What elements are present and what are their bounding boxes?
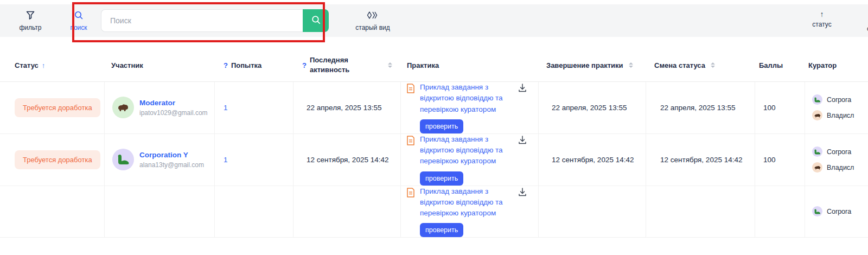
search-box <box>101 9 329 32</box>
table-row-practice-cell: Приклад завдання з відкритою відповіддю … <box>401 82 539 134</box>
table-row-participant-cell <box>105 186 215 238</box>
table-row-status-cell <box>0 186 105 238</box>
table-row-points-cell <box>755 186 805 238</box>
status-tool-label: статус <box>812 21 831 28</box>
check-button[interactable]: проверить <box>420 223 463 237</box>
participant-email: alana13ty@gmail.com <box>139 161 204 169</box>
dinosaur-icon <box>814 208 821 215</box>
header-practice-label: Практика <box>407 61 439 69</box>
status-change-date: 22 апреля, 2025 13:55 <box>660 104 735 112</box>
download-icon[interactable] <box>516 186 528 200</box>
avatar <box>812 110 822 120</box>
table-row-status-cell: Требуется доработка <box>0 82 105 134</box>
search-icon <box>74 10 84 22</box>
filter-button[interactable]: фильтр <box>16 10 44 31</box>
table-row-curator-cell: Corpora Владисл <box>805 134 868 186</box>
table-row-curator-cell: Corpora <box>805 186 868 238</box>
column-header-status[interactable]: Статус ↑ <box>0 49 105 82</box>
check-button[interactable]: проверить <box>420 119 463 133</box>
search-submit-icon <box>311 15 321 27</box>
header-last-activity-label: Последняя активность <box>310 55 369 74</box>
table-row-completion-cell: 22 апреля, 2025 13:55 <box>539 82 646 134</box>
dinosaur-icon <box>814 96 821 103</box>
curator-item[interactable]: Владисл <box>812 110 854 120</box>
check-button[interactable]: проверить <box>420 171 463 186</box>
header-completion-label: Завершение практики <box>546 61 623 69</box>
practice-title-link[interactable]: Приклад завдання з відкритою відповіддю … <box>420 83 503 113</box>
sort-toggle-icon[interactable] <box>629 62 633 68</box>
up-arrow-icon: ↑ <box>820 10 824 18</box>
bison-icon <box>814 113 821 118</box>
column-header-participant[interactable]: Участник <box>105 49 215 82</box>
status-badge: Требуется доработка <box>15 150 100 169</box>
completion-date: 22 апреля, 2025 13:55 <box>552 104 627 112</box>
search-input[interactable] <box>101 9 303 32</box>
participant-name-link[interactable]: Corporation Y <box>139 151 204 159</box>
help-icon[interactable]: ? <box>224 61 228 69</box>
search-submit-button[interactable] <box>303 9 329 32</box>
table-row-points-cell: 100 <box>755 82 805 134</box>
curator-item[interactable]: Corpora <box>812 94 854 105</box>
practice-title-link[interactable]: Приклад завдання з відкритою відповіддю … <box>420 135 503 165</box>
search-toggle-button[interactable]: поиск <box>66 10 91 31</box>
download-icon[interactable] <box>516 134 528 148</box>
curator-item[interactable]: Corpora <box>812 206 851 216</box>
column-header-last-activity[interactable]: ? Последняя активность <box>293 49 401 82</box>
curator-item[interactable]: Владисл <box>812 162 854 173</box>
participant-name-link[interactable]: Moderator <box>139 99 208 107</box>
table-row-attempt-cell <box>215 186 293 238</box>
table-row-participant-cell: Corporation Y alana13ty@gmail.com <box>105 134 215 186</box>
table-row-status-change-cell: 12 сентября, 2025 14:42 <box>646 134 755 186</box>
download-icon[interactable] <box>516 82 528 95</box>
column-header-points[interactable]: Баллы <box>755 49 805 82</box>
page: фильтр поиск старый вид ↑ статус <box>0 0 868 255</box>
table-row-last-activity-cell: 22 апреля, 2025 13:55 <box>293 82 401 134</box>
sort-toggle-icon[interactable] <box>711 62 715 68</box>
participants-table: Статус ↑ Участник ? Попытка ? Последняя … <box>0 49 868 238</box>
help-icon[interactable]: ? <box>302 61 307 69</box>
document-icon <box>406 83 416 96</box>
document-icon <box>406 187 416 200</box>
table-row-attempt-cell: 1 <box>215 82 293 134</box>
table-row-attempt-cell: 1 <box>215 134 293 186</box>
column-header-attempt[interactable]: ? Попытка <box>215 49 293 82</box>
sort-ascending-icon: ↑ <box>42 61 46 69</box>
avatar <box>812 146 822 157</box>
dinosaur-icon <box>814 148 821 155</box>
column-header-practice[interactable]: Практика <box>401 49 539 82</box>
sort-toggle-icon[interactable] <box>388 62 392 68</box>
table-row-completion-cell: 12 сентября, 2025 14:42 <box>539 134 646 186</box>
header-curator-label: Куратор <box>808 61 837 69</box>
attempt-link[interactable]: 1 <box>224 104 228 112</box>
curator-name: Corpora <box>827 96 851 104</box>
practice-title-link[interactable]: Приклад завдання з відкритою відповіддю … <box>420 187 503 218</box>
table-row-last-activity-cell <box>293 186 401 238</box>
table-row-practice-cell: Приклад завдання з відкритою відповіддю … <box>401 186 539 238</box>
header-points-label: Баллы <box>759 61 783 69</box>
curator-name: Corpora <box>827 208 851 215</box>
table-row-participant-cell: Moderator ipatov1029@gmail.com <box>105 82 215 134</box>
last-activity-date: 22 апреля, 2025 13:55 <box>307 104 381 112</box>
header-participant-label: Участник <box>111 61 143 69</box>
header-status-label: Статус <box>15 61 39 69</box>
dinosaur-icon <box>117 153 130 166</box>
table-row-curator-cell: Corpora Владисл <box>805 82 868 134</box>
curator-name: Corpora <box>827 148 851 156</box>
status-change-date: 12 сентября, 2025 14:42 <box>660 156 742 164</box>
column-header-curator[interactable]: Куратор <box>805 49 868 82</box>
column-header-status-change[interactable]: Смена статуса <box>646 49 755 82</box>
avatar <box>812 94 822 105</box>
column-header-practice-completion[interactable]: Завершение практики <box>539 49 646 82</box>
search-toggle-label: поиск <box>70 24 87 31</box>
table-row-completion-cell <box>539 186 646 238</box>
table-row-practice-cell: Приклад завдання з відкритою відповіддю … <box>401 134 539 186</box>
attempt-link[interactable]: 1 <box>224 156 228 164</box>
avatar <box>812 162 822 173</box>
avatar <box>112 97 134 118</box>
status-sort-button[interactable]: ↑ статус <box>809 10 834 28</box>
old-view-label: старый вид <box>355 24 390 31</box>
table-row-status-change-cell <box>646 186 755 238</box>
curator-item[interactable]: Corpora <box>812 146 854 157</box>
old-view-button[interactable]: старый вид <box>354 10 392 31</box>
old-view-icon <box>367 10 379 22</box>
